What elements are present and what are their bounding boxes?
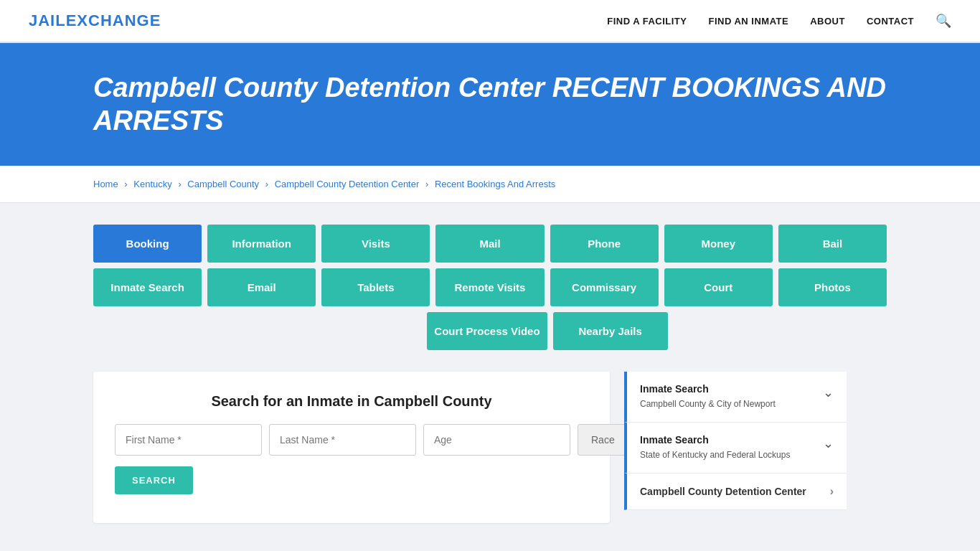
btn-remote-visits[interactable]: Remote Visits	[435, 268, 544, 306]
btn-email[interactable]: Email	[207, 268, 316, 306]
logo-jail: JAIL	[29, 11, 66, 29]
age-input[interactable]	[423, 424, 570, 456]
sidebar-item-text-kentucky: Inmate Search State of Kentucky and Fede…	[640, 434, 790, 461]
nav-about[interactable]: ABOUT	[810, 16, 845, 27]
btn-nearby-jails[interactable]: Nearby Jails	[553, 312, 668, 350]
btn-information[interactable]: Information	[207, 225, 316, 263]
hero-banner: Campbell County Detention Center RECENT …	[0, 43, 980, 166]
sidebar-item-inmate-search-kentucky[interactable]: Inmate Search State of Kentucky and Fede…	[624, 423, 847, 474]
search-form-row-inputs: Race White Black Hispanic Asian Other	[115, 424, 588, 456]
sidebar: Inmate Search Campbell County & City of …	[624, 372, 847, 510]
breadcrumb-recent-bookings[interactable]: Recent Bookings And Arrests	[435, 179, 555, 189]
breadcrumb-home[interactable]: Home	[93, 179, 118, 189]
breadcrumb: Home › Kentucky › Campbell County › Camp…	[0, 166, 980, 203]
nav-find-facility[interactable]: FIND A FACILITY	[607, 16, 687, 27]
btn-money[interactable]: Money	[664, 225, 773, 263]
last-name-input[interactable]	[269, 424, 416, 456]
chevron-down-icon-2: ⌄	[823, 435, 834, 451]
btn-booking[interactable]: Booking	[93, 225, 202, 263]
search-button-row: SEARCH	[115, 466, 588, 494]
breadcrumb-campbell-county[interactable]: Campbell County	[187, 179, 259, 189]
btn-mail[interactable]: Mail	[435, 225, 544, 263]
btn-court-process-video[interactable]: Court Process Video	[427, 312, 547, 350]
header: JAILEXCHANGE FIND A FACILITY FIND AN INM…	[0, 0, 980, 43]
btn-visits[interactable]: Visits	[321, 225, 430, 263]
button-row-2: Inmate Search Email Tablets Remote Visit…	[93, 268, 887, 306]
button-row-3: Court Process Video Nearby Jails	[208, 312, 887, 350]
button-row-1: Booking Information Visits Mail Phone Mo…	[93, 225, 887, 263]
title-main: Campbell County Detention Center	[93, 72, 545, 103]
sidebar-item-campbell-detention[interactable]: Campbell County Detention Center ›	[624, 474, 847, 510]
main-nav: FIND A FACILITY FIND AN INMATE ABOUT CON…	[607, 13, 951, 29]
breadcrumb-kentucky[interactable]: Kentucky	[133, 179, 171, 189]
chevron-right-icon: ›	[830, 485, 834, 498]
navigation-buttons: Booking Information Visits Mail Phone Mo…	[93, 225, 887, 350]
breadcrumb-detention-center[interactable]: Campbell County Detention Center	[275, 179, 420, 189]
search-form-title: Search for an Inmate in Campbell County	[115, 393, 588, 410]
bottom-section: Search for an Inmate in Campbell County …	[93, 372, 887, 523]
btn-court[interactable]: Court	[664, 268, 773, 306]
btn-tablets[interactable]: Tablets	[321, 268, 430, 306]
sidebar-item-text-campbell: Inmate Search Campbell County & City of …	[640, 383, 776, 410]
btn-inmate-search[interactable]: Inmate Search	[93, 268, 202, 306]
logo[interactable]: JAILEXCHANGE	[29, 11, 161, 30]
chevron-down-icon: ⌄	[823, 385, 834, 400]
btn-photos[interactable]: Photos	[778, 268, 887, 306]
first-name-input[interactable]	[115, 424, 262, 456]
page-title: Campbell County Detention Center RECENT …	[93, 72, 951, 137]
nav-contact[interactable]: CONTACT	[867, 16, 914, 27]
search-submit-button[interactable]: SEARCH	[115, 466, 193, 494]
logo-exchange: EXCHANGE	[66, 11, 161, 29]
sidebar-item-inmate-search-campbell[interactable]: Inmate Search Campbell County & City of …	[624, 372, 847, 423]
btn-bail[interactable]: Bail	[778, 225, 887, 263]
inmate-search-card: Search for an Inmate in Campbell County …	[93, 372, 610, 523]
btn-commissary[interactable]: Commissary	[550, 268, 659, 306]
nav-find-inmate[interactable]: FIND AN INMATE	[708, 16, 788, 27]
main-content: Booking Information Visits Mail Phone Mo…	[0, 203, 980, 545]
search-icon-button[interactable]: 🔍	[936, 13, 951, 29]
btn-phone[interactable]: Phone	[550, 225, 659, 263]
